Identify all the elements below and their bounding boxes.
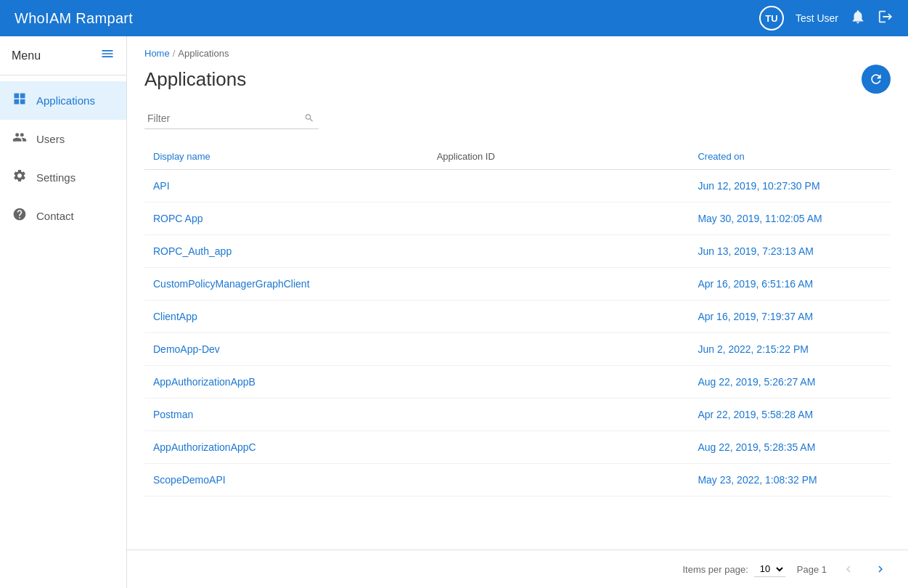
col-header-app-id: Application ID [428,144,690,170]
cell-display-name: DemoApp-Dev [144,333,428,366]
cell-app-id [428,203,690,235]
contact-icon [12,207,28,225]
cell-created-on: Apr 22, 2019, 5:58:28 AM [689,399,891,431]
cell-app-id [428,431,690,464]
refresh-button[interactable] [862,65,891,94]
cell-display-name: AppAuthorizationAppB [144,366,428,399]
next-page-button[interactable] [870,559,891,579]
table-header: Display name Application ID Created on [144,144,891,170]
table-row[interactable]: DemoApp-Dev Jun 2, 2022, 2:15:22 PM [144,333,891,366]
col-header-created-on: Created on [689,144,891,170]
page-header-row: Applications [144,65,891,94]
applications-label: Applications [36,94,95,107]
cell-app-id [428,333,690,366]
cell-created-on: Jun 13, 2019, 7:23:13 AM [689,235,891,268]
page-label: Page 1 [797,564,827,575]
breadcrumb-current: Applications [178,48,229,59]
cell-created-on: May 30, 2019, 11:02:05 AM [689,203,891,235]
applications-table-container: Display name Application ID Created on A… [144,144,891,538]
sidebar-item-users[interactable]: Users [0,120,126,158]
settings-label: Settings [36,171,75,184]
per-page-select[interactable]: 10 5 25 50 [754,561,785,577]
cell-app-id [428,464,690,497]
cell-created-on: May 23, 2022, 1:08:32 PM [689,464,891,497]
prev-page-button[interactable] [838,559,859,579]
table-row[interactable]: AppAuthorizationAppB Aug 22, 2019, 5:26:… [144,366,891,399]
sidebar: Menu Applications Users [0,36,127,588]
cell-app-id [428,399,690,431]
content-inner: Home / Applications Applications [127,36,908,550]
search-icon [304,113,314,125]
table-row[interactable]: Postman Apr 22, 2019, 5:58:28 AM [144,399,891,431]
cell-display-name: ROPC App [144,203,428,235]
breadcrumb: Home / Applications [144,48,891,59]
filter-row [144,108,891,129]
cell-display-name: API [144,170,428,203]
cell-created-on: Jun 12, 2019, 10:27:30 PM [689,170,891,203]
table-row[interactable]: AppAuthorizationAppC Aug 22, 2019, 5:28:… [144,431,891,464]
table-row[interactable]: ROPC_Auth_app Jun 13, 2019, 7:23:13 AM [144,235,891,268]
sidebar-item-applications[interactable]: Applications [0,81,126,120]
table-row[interactable]: ROPC App May 30, 2019, 11:02:05 AM [144,203,891,235]
notifications-icon[interactable] [850,9,866,28]
settings-icon [12,168,28,187]
page-title: Applications [144,68,246,91]
sidebar-item-settings[interactable]: Settings [0,158,126,197]
cell-app-id [428,268,690,301]
app-title: WhoIAM Rampart [15,10,133,27]
menu-hamburger-icon[interactable] [100,46,115,65]
header-right: TU Test User [759,6,893,30]
main-content: Home / Applications Applications [127,36,908,588]
cell-app-id [428,366,690,399]
items-per-page-label: Items per page: [682,564,748,575]
contact-label: Contact [36,210,74,222]
sidebar-header: Menu [0,36,126,75]
sidebar-nav: Applications Users Settings Contact [0,75,126,235]
cell-created-on: Aug 22, 2019, 5:28:35 AM [689,431,891,464]
cell-created-on: Apr 16, 2019, 6:51:16 AM [689,268,891,301]
cell-display-name: Postman [144,399,428,431]
cell-display-name: ROPC_Auth_app [144,235,428,268]
col-header-display-name: Display name [144,144,428,170]
cell-display-name: ClientApp [144,301,428,333]
cell-created-on: Jun 2, 2022, 2:15:22 PM [689,333,891,366]
table-row[interactable]: ScopeDemoAPI May 23, 2022, 1:08:32 PM [144,464,891,497]
users-label: Users [36,133,65,145]
cell-created-on: Aug 22, 2019, 5:26:27 AM [689,366,891,399]
table-row[interactable]: API Jun 12, 2019, 10:27:30 PM [144,170,891,203]
cell-app-id [428,301,690,333]
items-per-page-control: Items per page: 10 5 25 50 [682,561,785,577]
sidebar-item-contact[interactable]: Contact [0,197,126,235]
table-body: API Jun 12, 2019, 10:27:30 PM ROPC App M… [144,170,891,497]
logout-icon[interactable] [878,9,893,28]
filter-input[interactable] [144,108,319,129]
applications-table: Display name Application ID Created on A… [144,144,891,497]
avatar: TU [759,6,784,30]
users-icon [12,130,28,148]
table-row[interactable]: CustomPolicyManagerGraphClient Apr 16, 2… [144,268,891,301]
breadcrumb-home[interactable]: Home [144,48,170,59]
cell-display-name: CustomPolicyManagerGraphClient [144,268,428,301]
cell-display-name: AppAuthorizationAppC [144,431,428,464]
table-row[interactable]: ClientApp Apr 16, 2019, 7:19:37 AM [144,301,891,333]
cell-display-name: ScopeDemoAPI [144,464,428,497]
cell-app-id [428,170,690,203]
menu-label: Menu [12,49,41,62]
filter-wrapper [144,108,319,129]
main-layout: Menu Applications Users [0,36,908,588]
cell-app-id [428,235,690,268]
breadcrumb-separator: / [173,48,176,59]
app-header: WhoIAM Rampart TU Test User [0,0,908,36]
cell-created-on: Apr 16, 2019, 7:19:37 AM [689,301,891,333]
pagination-bar: Items per page: 10 5 25 50 Page 1 [127,550,908,588]
username-label: Test User [795,12,838,24]
applications-icon [12,91,28,110]
